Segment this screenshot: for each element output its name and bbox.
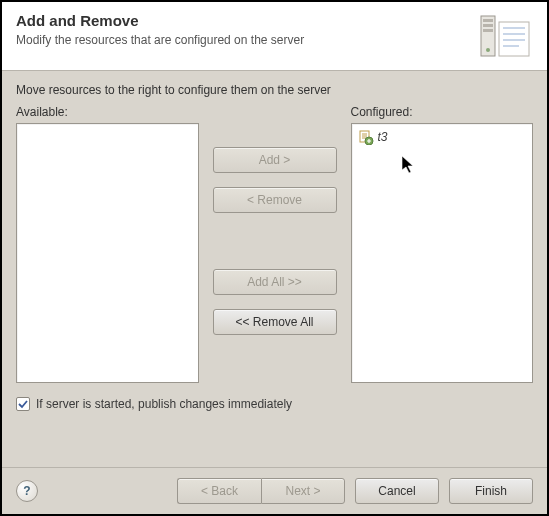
configured-column: Configured: t3 (351, 105, 534, 383)
configured-listbox[interactable]: t3 (351, 123, 534, 383)
add-all-button[interactable]: Add All >> (213, 269, 337, 295)
instruction-text: Move resources to the right to configure… (16, 83, 533, 97)
svg-rect-3 (483, 29, 493, 32)
svg-rect-1 (483, 19, 493, 22)
transfer-columns: Available: Add > < Remove Add All >> << … (16, 105, 533, 383)
publish-checkbox-label: If server is started, publish changes im… (36, 397, 292, 411)
publish-checkbox[interactable] (16, 397, 30, 411)
back-button[interactable]: < Back (177, 478, 261, 504)
page-subtitle: Modify the resources that are configured… (16, 33, 304, 47)
cancel-button[interactable]: Cancel (355, 478, 439, 504)
remove-all-button[interactable]: << Remove All (213, 309, 337, 335)
server-banner-icon (479, 12, 533, 60)
available-listbox[interactable] (16, 123, 199, 383)
wizard-header: Add and Remove Modify the resources that… (2, 2, 547, 71)
list-item-label: t3 (378, 130, 388, 144)
available-column: Available: (16, 105, 199, 383)
publish-checkbox-row: If server is started, publish changes im… (16, 397, 533, 411)
configured-label: Configured: (351, 105, 534, 119)
transfer-buttons: Add > < Remove Add All >> << Remove All (213, 105, 337, 383)
list-item[interactable]: t3 (356, 128, 529, 146)
svg-point-4 (486, 48, 490, 52)
module-icon (358, 129, 374, 145)
remove-button[interactable]: < Remove (213, 187, 337, 213)
finish-button[interactable]: Finish (449, 478, 533, 504)
wizard-content: Move resources to the right to configure… (2, 71, 547, 467)
help-icon: ? (23, 484, 30, 498)
wizard-footer: ? < Back Next > Cancel Finish (2, 467, 547, 514)
add-button[interactable]: Add > (213, 147, 337, 173)
nav-button-pair: < Back Next > (177, 478, 345, 504)
wizard-window: Add and Remove Modify the resources that… (0, 0, 549, 516)
svg-rect-2 (483, 24, 493, 27)
available-label: Available: (16, 105, 199, 119)
next-button[interactable]: Next > (261, 478, 345, 504)
help-button[interactable]: ? (16, 480, 38, 502)
page-title: Add and Remove (16, 12, 304, 29)
header-text: Add and Remove Modify the resources that… (16, 12, 304, 47)
